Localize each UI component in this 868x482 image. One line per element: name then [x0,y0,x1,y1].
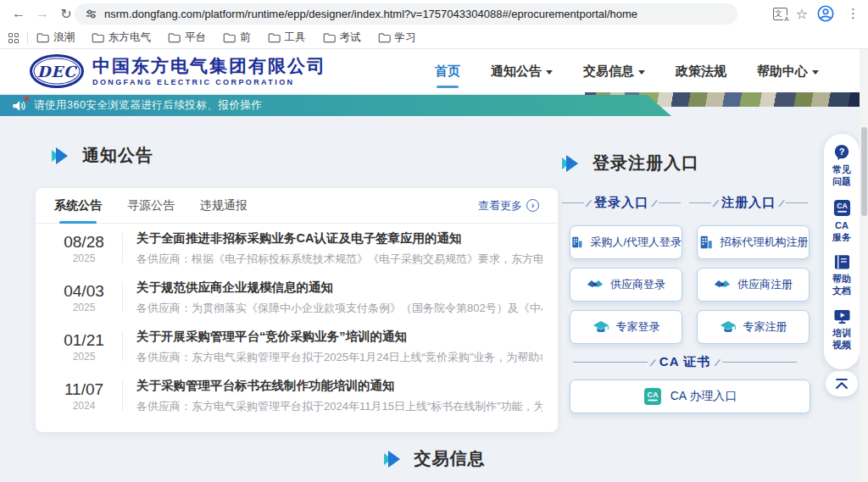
view-more-link[interactable]: 查看更多 › [478,198,539,213]
bookmark-folder[interactable]: 平台 [168,30,206,45]
help-docs-shortcut[interactable]: 帮助文档 [832,254,851,297]
bookmark-folder[interactable]: 浪潮 [36,30,75,45]
section-arrow-icon [561,154,581,173]
tab-violation-reports[interactable]: 违规通报 [200,188,248,224]
svg-text:?: ? [839,147,845,157]
nav-item-trade-info[interactable]: 交易信息 [583,58,645,85]
bookmark-folder[interactable]: 工具 [268,30,306,45]
nav-item-home[interactable]: 首页 [435,58,460,85]
bookmark-folder[interactable]: 学习 [378,30,416,45]
announcement-desc: 各供应商：东方电气采购管理平台拟于2024年11月15日上线“标书在线制作”功能… [136,399,542,414]
announcement-row[interactable]: 01/21 2025 关于开展采购管理平台“竞价采购业务”培训的通知 各供应商：… [36,322,558,371]
notification-dot [25,97,29,101]
announcement-row[interactable]: 04/03 2025 关于规范供应商企业规模信息的通知 各供应商：为贯彻落实《保… [36,273,558,322]
url-text[interactable]: nsrm.dongfang.com/platform/runtime/epp/d… [104,8,637,20]
nav-item-policies[interactable]: 政策法规 [676,58,726,85]
dec-logo-text: DEC [37,63,77,80]
browser-address-bar: ← → ↻ nsrm.dongfang.com/platform/runtime… [0,0,868,27]
browser-notice-banner: 请使用360安全浏览器进行后续投标、报价操作 [0,95,671,116]
announcement-desc: 各供应商：为贯彻落实《保障中小企业款项支付条例》（国务院令第802号）及《中小企… [136,301,542,316]
folder-icon [36,32,49,43]
divider [27,32,28,44]
trade-info-section-header: 交易信息 [0,447,868,470]
section-title: 交易信息 [415,447,486,470]
ca-cert-header: ∕∕CA 证书∕∕ [558,354,812,370]
chrome-menu-icon[interactable]: ⋮ [843,6,863,21]
chevron-down-icon [638,70,645,75]
divider [122,282,123,313]
question-icon: ? [832,144,851,161]
url-bar[interactable]: nsrm.dongfang.com/platform/runtime/epp/d… [75,3,737,25]
scrollbar-thumb[interactable] [861,127,867,216]
nav-item-announcements[interactable]: 通知公告 [491,58,553,85]
announcement-date: 04/03 2025 [58,282,110,313]
supplier-register-button[interactable]: 供应商注册 [697,268,810,302]
profile-avatar-icon[interactable] [816,4,835,23]
faq-shortcut[interactable]: ? 常见问题 [832,144,851,188]
apps-grid-icon[interactable] [8,33,19,43]
translate-icon[interactable]: 文A [773,8,787,20]
tab-sourcing-announcements[interactable]: 寻源公告 [127,188,175,224]
back-icon[interactable]: ← [7,6,31,21]
bidding-agency-register-button[interactable]: 招标代理机构注册 [697,225,810,259]
announcement-row[interactable]: 11/07 2024 关于采购管理平台标书在线制作功能培训的通知 各供应商：东方… [36,371,558,420]
book-icon [833,254,851,270]
main-nav: 首页 通知公告 交易信息 政策法规 帮助中心 [435,49,819,93]
announcements-card: 系统公告 寻源公告 违规通报 查看更多 › 08/28 2025 关于全面推进非… [36,188,558,432]
bookmark-label: 工具 [285,30,306,45]
bookmark-star-icon[interactable]: ☆ [796,6,808,22]
page-content: DEC 中国东方电气集团有限公司 DONGFANG ELECTRIC CORPO… [0,49,868,482]
company-name-cn: 中国东方电气集团有限公司 [92,56,326,75]
bookmark-label: 考试 [340,30,361,45]
section-arrow-icon [383,450,403,468]
announcement-title[interactable]: 关于规范供应商企业规模信息的通知 [136,280,542,296]
bookmark-folder[interactable]: 考试 [323,30,361,45]
announcements-section-header: 通知公告 [51,144,153,167]
floating-toolbar: ? 常见问题 CA CA服务 帮助文档 [824,134,860,369]
back-to-top-icon [833,377,850,391]
bookmark-label: 前 [240,30,251,45]
notice-text: 请使用360安全浏览器进行后续投标、报价操作 [34,98,262,113]
speaker-icon [12,99,27,113]
expert-register-button[interactable]: 专家注册 [697,310,810,344]
announcement-date: 01/21 2025 [58,331,110,363]
register-entry-header: ∕∕注册入口∕∕ [685,195,812,211]
graduation-cap-icon [720,320,737,335]
tab-system-announcements[interactable]: 系统公告 [54,188,102,224]
announcement-row[interactable]: 08/28 2025 关于全面推进非招标采购业务CA认证及电子签章应用的通知 各… [36,224,558,273]
buyer-agent-login-button[interactable]: 采购人/代理人登录 [570,225,682,259]
announcement-desc: 各供应商：东方电气采购管理平台拟于2025年1月24日上线“竞价采购”业务，为帮… [136,350,542,365]
announcement-date: 11/07 2024 [58,380,110,412]
ca-badge-icon: CA [833,199,851,217]
bookmark-folder[interactable]: 东方电气 [92,30,151,45]
bookmark-label: 东方电气 [108,30,151,45]
folder-icon [378,32,391,43]
site-settings-icon[interactable] [85,8,97,20]
divider [122,331,123,362]
section-arrow-icon [51,147,71,165]
ca-service-shortcut[interactable]: CA CA服务 [832,199,851,244]
announcement-date: 08/28 2025 [58,233,110,264]
bookmark-folder[interactable]: 前 [223,30,251,45]
nav-item-help-center[interactable]: 帮助中心 [757,58,819,85]
supplier-login-button[interactable]: 供应商登录 [570,268,682,302]
login-section-header: 登录注册入口 [561,152,699,175]
video-icon [833,308,851,324]
bookmarks-bar: 浪潮 东方电气 平台 前 工具 考试 学习 [0,27,868,49]
svg-text:CA: CA [837,202,847,210]
ca-apply-button[interactable]: CA CA 办理入口 [570,380,810,413]
company-logo[interactable]: DEC 中国东方电气集团有限公司 DONGFANG ELECTRIC CORPO… [30,54,326,88]
training-videos-shortcut[interactable]: 培训视频 [832,308,851,352]
announcement-title[interactable]: 关于开展采购管理平台“竞价采购业务”培训的通知 [136,329,542,345]
back-to-top-button[interactable] [826,371,858,396]
expert-login-button[interactable]: 专家登录 [570,310,682,344]
page-scrollbar[interactable] [860,49,868,482]
bookmark-label: 学习 [395,30,416,45]
graduation-cap-icon [593,320,609,335]
forward-icon[interactable]: → [31,6,54,21]
ca-badge-icon: CA [643,387,662,406]
announcement-title[interactable]: 关于全面推进非招标采购业务CA认证及电子签章应用的通知 [136,230,542,247]
announcement-title[interactable]: 关于采购管理平台标书在线制作功能培训的通知 [136,378,542,394]
bookmark-label: 浪潮 [53,30,75,45]
login-entry-header: ∕∕登录入口∕∕ [558,195,685,211]
